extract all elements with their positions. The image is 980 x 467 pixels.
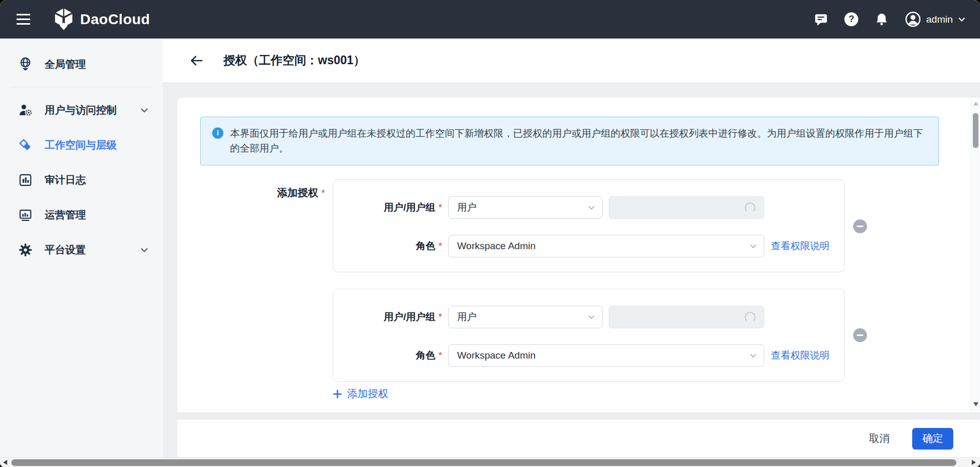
plus-icon — [333, 389, 342, 399]
daocloud-logo-icon — [53, 8, 74, 31]
chevron-down-icon — [588, 206, 595, 210]
scroll-down-arrow-icon[interactable] — [973, 402, 978, 406]
avatar-icon — [905, 11, 921, 27]
audit-log-icon — [18, 173, 32, 187]
view-permissions-link[interactable]: 查看权限说明 — [771, 235, 830, 257]
globe-icon — [18, 57, 32, 71]
chevron-down-icon — [588, 315, 595, 320]
page-title: 授权（工作空间：ws001） — [223, 52, 365, 68]
vertical-scrollbar[interactable] — [971, 98, 980, 413]
main-area: 授权（工作空间：ws001） i 本界面仅用于给用户或用户组在未授权过的工作空间… — [163, 39, 980, 457]
sidebar: 全局管理 用户与访问控制 工作空间与层级 — [0, 39, 163, 457]
user-search-input[interactable] — [609, 306, 764, 328]
remove-card-button[interactable] — [853, 328, 867, 342]
chevron-down-icon — [140, 107, 148, 113]
role-select[interactable]: Workspace Admin — [448, 344, 764, 367]
sidebar-item-operations[interactable]: 运营管理 — [0, 197, 163, 232]
sidebar-item-label: 用户与访问控制 — [45, 103, 128, 117]
vertical-scrollbar-thumb[interactable] — [973, 113, 978, 148]
scroll-right-arrow-icon[interactable] — [972, 460, 976, 465]
info-alert: i 本界面仅用于给用户或用户组在未授权过的工作空间下新增权限，已授权的用户或用户… — [200, 117, 939, 165]
confirm-button[interactable]: 确定 — [912, 428, 953, 450]
sidebar-item-label: 工作空间与层级 — [45, 138, 148, 152]
page-header: 授权（工作空间：ws001） — [163, 39, 980, 82]
scroll-up-arrow-icon[interactable] — [973, 102, 978, 105]
user-gear-icon — [18, 103, 32, 117]
gear-icon — [18, 243, 32, 257]
user-group-select[interactable]: 用户 — [448, 196, 602, 219]
sidebar-item-users-access[interactable]: 用户与访问控制 — [0, 92, 163, 127]
user-group-select[interactable]: 用户 — [448, 306, 602, 328]
sidebar-item-platform-settings[interactable]: 平台设置 — [0, 232, 163, 267]
notifications-bell-icon[interactable] — [875, 12, 889, 26]
add-authorization-link[interactable]: 添加授权 — [333, 387, 388, 401]
operations-icon — [18, 208, 32, 222]
username-label: admin — [926, 14, 953, 25]
scroll-left-arrow-icon[interactable] — [3, 460, 7, 465]
view-permissions-link[interactable]: 查看权限说明 — [771, 344, 830, 367]
user-menu[interactable]: admin — [905, 11, 966, 27]
sidebar-item-label: 审计日志 — [45, 173, 148, 187]
chevron-down-icon — [750, 353, 757, 358]
footer-actions: 取消 确定 — [177, 420, 980, 457]
sidebar-item-label: 平台设置 — [45, 243, 128, 257]
sidebar-item-global-management[interactable]: 全局管理 — [0, 47, 163, 82]
back-arrow-icon[interactable] — [189, 54, 204, 67]
loading-spinner-icon — [745, 202, 756, 213]
role-label: 角色* — [333, 344, 442, 367]
cancel-button[interactable]: 取消 — [864, 427, 895, 450]
user-group-label: 用户/用户组* — [333, 196, 442, 219]
role-label: 角色* — [333, 235, 442, 257]
menu-icon[interactable] — [16, 11, 30, 28]
chevron-down-icon — [750, 244, 757, 249]
topbar: DaoCloud ? — [0, 0, 980, 39]
workspace-diamond-icon — [18, 138, 32, 152]
horizontal-scrollbar[interactable] — [0, 457, 980, 467]
chevron-down-icon — [958, 16, 966, 22]
section-label: 添加授权* — [177, 186, 325, 200]
sidebar-divider — [10, 87, 153, 87]
sidebar-item-label: 运营管理 — [45, 208, 148, 222]
user-group-label: 用户/用户组* — [333, 306, 442, 328]
brand-name: DaoCloud — [80, 11, 150, 28]
sidebar-item-audit-log[interactable]: 审计日志 — [0, 162, 163, 197]
auth-card: 用户/用户组* 用户 角色* Workspace Admin — [333, 179, 845, 272]
chevron-down-icon — [140, 247, 148, 253]
loading-spinner-icon — [745, 312, 756, 323]
brand-logo[interactable]: DaoCloud — [53, 8, 150, 31]
help-icon[interactable]: ? — [844, 12, 858, 26]
auth-card: 用户/用户组* 用户 角色* Workspace Admin — [333, 289, 845, 382]
user-search-input[interactable] — [609, 196, 764, 219]
sidebar-item-workspaces[interactable]: 工作空间与层级 — [0, 127, 163, 162]
chat-icon[interactable] — [814, 12, 828, 26]
content-panel: i 本界面仅用于给用户或用户组在未授权过的工作空间下新增权限，已授权的用户或用户… — [177, 98, 980, 413]
horizontal-scrollbar-thumb[interactable] — [11, 459, 956, 466]
info-icon: i — [212, 127, 223, 139]
remove-card-button[interactable] — [853, 219, 867, 233]
alert-text: 本界面仅用于给用户或用户组在未授权过的工作空间下新增权限，已授权的用户或用户组的… — [230, 126, 927, 156]
sidebar-item-label: 全局管理 — [45, 58, 148, 71]
role-select[interactable]: Workspace Admin — [448, 235, 764, 257]
